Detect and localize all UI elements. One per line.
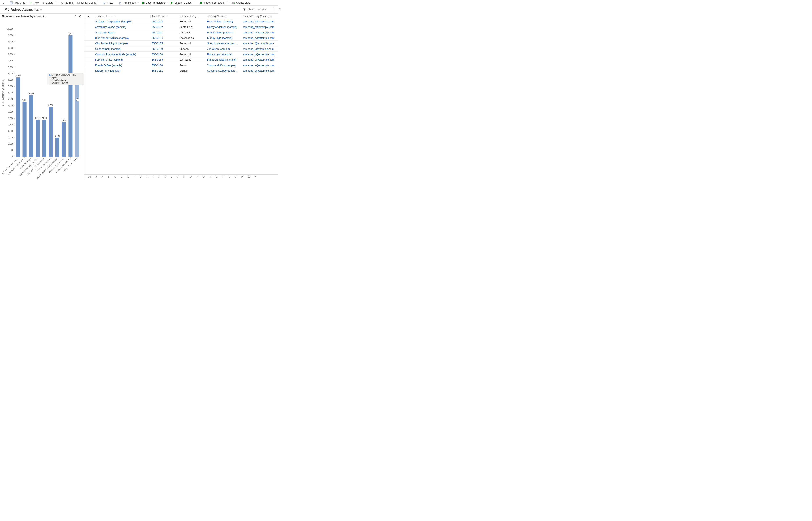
cell-email[interactable]: someone_b@example.com [241, 69, 278, 72]
alpha-item[interactable]: I [150, 176, 156, 178]
alpha-item[interactable]: C [112, 176, 118, 178]
table-row[interactable]: Contoso Pharmaceuticals (sample)555-0156… [84, 51, 278, 57]
cell-phone[interactable]: 555-0157 [150, 31, 178, 34]
alpha-item[interactable]: # [93, 176, 99, 178]
create-view-button[interactable]: Create view [231, 1, 252, 5]
column-email[interactable]: Email (Primary Contact) [242, 15, 278, 18]
alpha-item[interactable]: H [144, 176, 150, 178]
alpha-item[interactable]: W [239, 176, 246, 178]
alpha-item[interactable]: Q [200, 176, 207, 178]
export-excel-dropdown[interactable] [196, 1, 198, 5]
alpha-item[interactable]: Y [252, 176, 258, 178]
chart-plot[interactable]: 05001,0001,5002,0002,5003,0003,5004,0004… [0, 19, 84, 179]
table-row[interactable]: Blue Yonder Airlines (sample)555-0154Los… [84, 35, 278, 41]
table-row[interactable]: Adventure Works (sample)555-0152Santa Cr… [84, 24, 278, 30]
table-row[interactable]: City Power & Light (sample)555-0155Redmo… [84, 41, 278, 46]
alpha-item[interactable]: X [246, 176, 252, 178]
table-row[interactable]: Alpine Ski House555-0157MissoulaPaul Can… [84, 30, 278, 35]
cell-email[interactable]: someone_g@example.com [241, 53, 278, 56]
alpha-item[interactable]: A [99, 176, 105, 178]
cell-phone[interactable]: 555-0152 [150, 25, 178, 28]
cell-phone[interactable]: 555-0158 [150, 20, 178, 23]
email-link-button[interactable]: Email a Link [76, 1, 97, 5]
cell-account-name[interactable]: City Power & Light (sample) [94, 42, 150, 45]
cell-account-name[interactable]: Adventure Works (sample) [94, 25, 150, 28]
flow-button[interactable]: Flow [102, 1, 117, 5]
alpha-item[interactable]: O [188, 176, 194, 178]
bar[interactable] [42, 120, 46, 157]
cell-phone[interactable]: 555-0151 [150, 69, 178, 72]
run-report-button[interactable]: Run Report [117, 1, 140, 5]
cell-contact[interactable]: Maria Campbell (sample) [206, 58, 241, 61]
cell-email[interactable]: someone_j@example.com [241, 47, 278, 50]
cell-phone[interactable]: 555-0156 [150, 53, 178, 56]
column-city[interactable]: Address 1: City [178, 15, 206, 18]
alpha-item[interactable]: J [156, 176, 162, 178]
filter-button[interactable] [242, 7, 246, 12]
alpha-item[interactable]: B [106, 176, 112, 178]
bar[interactable] [49, 107, 53, 157]
search-input[interactable] [248, 8, 279, 11]
alpha-item[interactable]: E [125, 176, 131, 178]
alpha-item[interactable]: M [174, 176, 181, 178]
alpha-item[interactable]: D [118, 176, 125, 178]
column-main-phone[interactable]: Main Phone [150, 15, 178, 18]
select-all-column[interactable] [84, 15, 94, 17]
chart-selector[interactable]: Number of employees by account [2, 15, 47, 18]
alpha-item[interactable]: P [194, 176, 200, 178]
cell-phone[interactable]: 555-0150 [150, 64, 178, 67]
bar[interactable] [29, 95, 33, 157]
alpha-item[interactable]: R [207, 176, 213, 178]
import-excel-button[interactable]: x Import from Excel [198, 1, 226, 5]
bar[interactable] [35, 120, 40, 157]
cell-email[interactable]: someone_a@example.com [241, 64, 278, 67]
import-excel-dropdown[interactable] [228, 1, 231, 5]
export-excel-button[interactable]: x Export to Excel [169, 1, 194, 5]
cell-email[interactable]: someone_e@example.com [241, 37, 278, 40]
alpha-item[interactable]: N [181, 176, 188, 178]
cell-email[interactable]: someone_c@example.com [241, 25, 278, 28]
column-primary-contact[interactable]: Primary Contact [206, 15, 242, 18]
alpha-item[interactable]: All [86, 176, 93, 178]
cell-contact[interactable]: Yvonne McKay (sample) [206, 64, 241, 67]
chart-more-button[interactable] [73, 14, 78, 18]
cell-account-name[interactable]: Coho Winery (sample) [94, 47, 150, 50]
new-button[interactable]: New [28, 1, 40, 5]
cell-account-name[interactable]: Contoso Pharmaceuticals (sample) [94, 53, 150, 56]
cell-account-name[interactable]: Fourth Coffee (sample) [94, 64, 150, 67]
alpha-item[interactable]: U [226, 176, 232, 178]
cell-phone[interactable]: 555-0155 [150, 42, 178, 45]
cell-contact[interactable]: Sidney Higa (sample) [206, 37, 241, 40]
bar[interactable] [62, 122, 66, 157]
delete-button[interactable]: Delete [40, 1, 55, 5]
column-account-name[interactable]: Account Name [94, 15, 150, 18]
cell-account-name[interactable]: Blue Yonder Airlines (sample) [94, 37, 150, 40]
cell-contact[interactable]: Susanna Stubberod (sample) [206, 69, 241, 72]
alpha-item[interactable]: S [213, 176, 220, 178]
cell-email[interactable]: someone_f@example.com [241, 42, 278, 45]
alpha-item[interactable]: L [168, 176, 174, 178]
chart-close-button[interactable] [78, 14, 82, 18]
bar[interactable] [16, 77, 20, 157]
cell-email[interactable]: someone_d@example.com [241, 58, 278, 61]
bar[interactable] [55, 138, 59, 157]
cell-account-name[interactable]: A. Datum Corporation (sample) [94, 20, 150, 23]
table-row[interactable]: Fourth Coffee (sample)555-0150RentonYvon… [84, 63, 278, 68]
delete-dropdown[interactable] [57, 1, 59, 5]
cell-contact[interactable]: Robert Lyon (sample) [206, 53, 241, 56]
cell-email[interactable]: someone_i@example.com [241, 20, 278, 23]
cell-phone[interactable]: 555-0159 [150, 47, 178, 50]
cell-contact[interactable]: Nancy Anderson (sample) [206, 25, 241, 28]
alpha-item[interactable]: V [232, 176, 239, 178]
cell-phone[interactable]: 555-0154 [150, 37, 178, 40]
cell-contact[interactable]: Paul Cannon (sample) [206, 31, 241, 34]
hide-chart-button[interactable]: Hide Chart [8, 1, 28, 5]
cell-account-name[interactable]: Litware, Inc. (sample) [94, 69, 150, 72]
alpha-item[interactable]: T [220, 176, 226, 178]
back-button[interactable] [1, 1, 6, 5]
refresh-button[interactable]: Refresh [59, 1, 76, 5]
table-row[interactable]: Fabrikam, Inc. (sample)555-0153LynnwoodM… [84, 57, 278, 63]
alpha-item[interactable]: F [131, 176, 138, 178]
view-selector[interactable]: My Active Accounts [4, 7, 42, 12]
email-link-dropdown[interactable] [99, 1, 102, 5]
